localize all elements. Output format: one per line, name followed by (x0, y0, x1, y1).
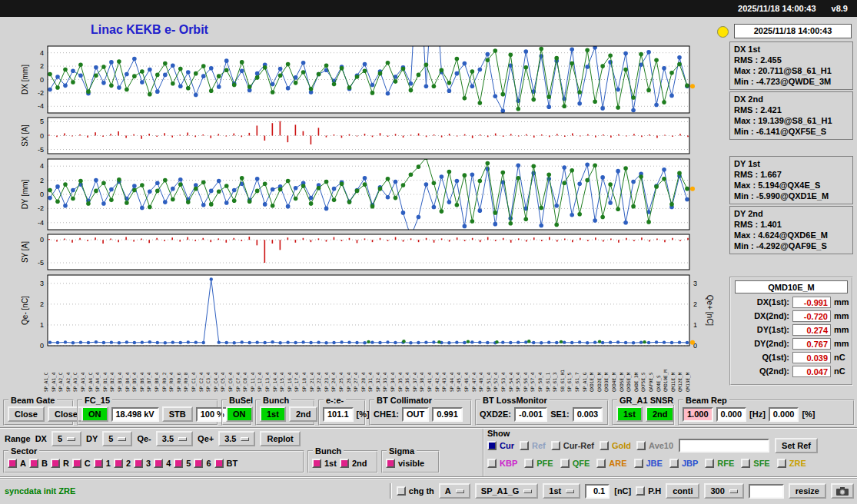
snsr-2nd-button[interactable]: 2nd (646, 406, 675, 422)
show-gold-checkbox[interactable]: Gold (600, 441, 631, 450)
checkbox-indicator[interactable] (386, 459, 395, 468)
sector-checkbox-3[interactable]: 3 (134, 459, 151, 468)
mode-select[interactable]: A (439, 483, 470, 499)
set-ref-button[interactable]: Set Ref (775, 438, 818, 453)
svg-text:SP_54_4: SP_54_4 (508, 372, 514, 392)
camera-button[interactable] (831, 483, 854, 499)
sector-checkbox-6[interactable]: 6 (194, 459, 211, 468)
busel-on-button[interactable]: ON (226, 406, 253, 422)
checkbox-label: ZRE (789, 459, 806, 468)
sector-checkbox-2[interactable]: 2 (114, 459, 131, 468)
sector-checkbox-4[interactable]: 4 (154, 459, 171, 468)
chg-th-checkbox[interactable]: chg th (397, 486, 434, 496)
selected-value: A (445, 486, 451, 496)
range-dy-select[interactable]: 5 (102, 431, 132, 446)
timestamp: 2025/11/18 14:00:43 (734, 24, 852, 38)
checkbox-indicator[interactable] (340, 459, 349, 468)
sector-checkbox-c[interactable]: C (72, 459, 91, 468)
checkbox-indicator[interactable] (777, 459, 786, 468)
monitor-select[interactable]: SP_A1_G (475, 483, 539, 499)
checkbox-indicator[interactable] (154, 459, 163, 468)
option-menu-bar-icon (178, 437, 187, 441)
show-ave10-checkbox[interactable]: Ave10 (636, 441, 673, 450)
bunch-select[interactable]: 1st (543, 483, 580, 499)
svg-text:QXD6E_M: QXD6E_M (626, 372, 632, 392)
selected-value: 1st (549, 486, 561, 496)
range-qep-select[interactable]: 3.5 (218, 431, 255, 446)
checkbox-indicator[interactable] (397, 486, 406, 496)
show-jbp-checkbox[interactable]: JBP (669, 459, 698, 468)
bunch-1st-checkbox[interactable]: 1st (312, 459, 337, 468)
bunch-2nd-checkbox[interactable]: 2nd (340, 459, 367, 468)
show-pfe-checkbox[interactable]: PFE (524, 459, 553, 468)
beam-rep-value-1: 1.000 (683, 407, 713, 422)
blank-entry-field[interactable] (749, 484, 784, 499)
sector-checkbox-r[interactable]: R (51, 459, 69, 468)
show-ref-checkbox[interactable]: Ref (520, 441, 546, 450)
sector-checkbox-5[interactable]: 5 (174, 459, 191, 468)
checkbox-indicator[interactable] (524, 459, 533, 468)
show-cur-ref-checkbox[interactable]: Cur-Ref (551, 441, 594, 450)
snsr-1st-button[interactable]: 1st (616, 406, 643, 422)
show-row-1: Cur Ref Cur-Ref Gold Ave10 Set Ref (487, 438, 818, 453)
sector-checkbox-1[interactable]: 1 (94, 459, 111, 468)
checkbox-indicator[interactable] (600, 441, 609, 450)
bunch-2nd-button[interactable]: 2nd (289, 406, 318, 422)
threshold-field[interactable]: 0.1 (585, 484, 610, 499)
show-are-checkbox[interactable]: ARE (596, 459, 626, 468)
checkbox-indicator[interactable] (134, 459, 143, 468)
show-kbp-checkbox[interactable]: KBP (487, 459, 517, 468)
show-zre-checkbox[interactable]: ZRE (777, 459, 806, 468)
show-cur-checkbox[interactable]: Cur (487, 441, 514, 450)
resize-button[interactable]: resize (789, 483, 826, 499)
bunch-1st-button[interactable]: 1st (260, 406, 286, 422)
sector-checkbox-bt[interactable]: BT (214, 459, 238, 468)
checkbox-indicator[interactable] (560, 459, 570, 468)
range-qem-select[interactable]: 3.5 (156, 431, 193, 446)
show-sfe-checkbox[interactable]: SFE (741, 459, 769, 468)
show-label: Show (487, 429, 510, 438)
conti-button[interactable]: conti (666, 483, 699, 499)
svg-text:SP_46_4: SP_46_4 (463, 372, 470, 392)
checkbox-indicator[interactable] (636, 441, 646, 450)
show-rfe-checkbox[interactable]: RFE (705, 459, 734, 468)
fc15-on-button[interactable]: ON (81, 406, 108, 422)
show-jbe-checkbox[interactable]: JBE (634, 459, 663, 468)
fc15-stb-button[interactable]: STB (162, 406, 193, 422)
sigma-visible-checkbox[interactable]: visible (386, 459, 424, 468)
checkbox-indicator[interactable] (551, 441, 560, 450)
checkbox-indicator[interactable] (72, 459, 81, 468)
busel-group: BuSel ON (221, 400, 252, 426)
checkbox-indicator[interactable] (520, 441, 529, 450)
checkbox-indicator[interactable] (669, 459, 679, 468)
svg-text:SP_47_4: SP_47_4 (471, 372, 477, 392)
replot-button[interactable]: Replot (260, 431, 300, 446)
range-dx-select[interactable]: 5 (51, 431, 81, 446)
sector-checkbox-a[interactable]: A (8, 459, 26, 468)
checkbox-indicator[interactable] (51, 459, 60, 468)
checkbox-indicator[interactable] (487, 459, 497, 468)
qmd-label: Q(2nd): (759, 366, 789, 376)
checkbox-indicator[interactable] (596, 459, 606, 468)
ph-checkbox[interactable]: P.H (636, 486, 661, 496)
checkbox-indicator[interactable] (29, 459, 38, 468)
checkbox-indicator[interactable] (634, 459, 643, 468)
beam-gate-close-button-1[interactable]: Close (8, 406, 45, 422)
show-qfe-checkbox[interactable]: QFE (560, 459, 590, 468)
checkbox-indicator[interactable] (487, 441, 497, 450)
ref-name-input[interactable] (679, 439, 769, 453)
checkbox-indicator[interactable] (174, 459, 183, 468)
checkbox-indicator[interactable] (312, 459, 321, 468)
checkbox-indicator[interactable] (194, 459, 203, 468)
checkbox-indicator[interactable] (114, 459, 123, 468)
checkbox-indicator[interactable] (741, 459, 750, 468)
checkbox-indicator[interactable] (94, 459, 103, 468)
checkbox-indicator[interactable] (8, 459, 17, 468)
sector-checkbox-b[interactable]: B (29, 459, 48, 468)
checkbox-indicator[interactable] (705, 459, 714, 468)
svg-text:SP_33_4: SP_33_4 (382, 372, 388, 392)
checkbox-indicator[interactable] (214, 459, 224, 468)
svg-text:SP_A1_C: SP_A1_C (43, 372, 49, 392)
checkbox-indicator[interactable] (636, 486, 645, 496)
rep-count-select[interactable]: 300 (704, 483, 743, 499)
